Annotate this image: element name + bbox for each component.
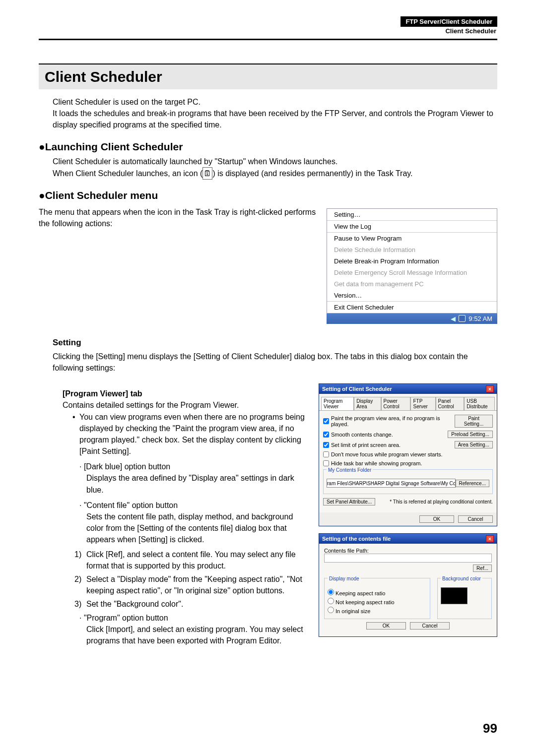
launch-line-1: Client Scheduler is automatically launch…	[53, 156, 497, 167]
pv-bullet-1-text: You can view programs even when there ar…	[79, 413, 305, 456]
conditional-note: * This is referred at playing conditiona…	[390, 499, 493, 504]
step-1-text: Click [Ref], and select a content file. …	[86, 550, 296, 570]
subheading-program-viewer: [Program Viewer] tab	[63, 389, 309, 398]
tab-display-area[interactable]: Display Area	[354, 397, 381, 410]
radio-keeping-aspect[interactable]: Keeping aspect ratio	[328, 589, 427, 596]
contents-path-input[interactable]	[324, 554, 492, 563]
menu-item-pause[interactable]: Pause to View Program	[327, 233, 497, 244]
pv-description: Contains detailed settings for the Progr…	[63, 399, 309, 411]
tab-ftp-server[interactable]: FTP Server	[410, 397, 435, 410]
task-tray: ◀ 9:52 AM	[327, 314, 497, 324]
tray-app-glyph[interactable]	[459, 315, 466, 322]
set-panel-attribute-button[interactable]: Set Panel Attribute...	[323, 498, 375, 505]
menu-item-exit[interactable]: Exit Client Scheduler	[327, 302, 497, 313]
setting-description: Clicking the [Setting] menu displays the…	[53, 351, 497, 374]
reference-button[interactable]: Reference...	[456, 480, 489, 487]
menu-item-delete-schedule[interactable]: Delete Schedule Information	[327, 244, 497, 255]
ref-button[interactable]: Ref...	[473, 565, 492, 572]
dialog2-ok-button[interactable]: OK	[366, 622, 406, 630]
check-paint-area-label: Paint the program view area, if no progr…	[331, 415, 455, 427]
program-option-heading: · "Program" option button	[79, 612, 309, 624]
preload-setting-button[interactable]: Preload Setting...	[448, 431, 493, 438]
subheading-setting: Setting	[53, 338, 497, 348]
intro-line-1: Client Scheduler is used on the target P…	[53, 96, 497, 108]
check-hide-taskbar[interactable]: Hide task bar while showing program.	[323, 460, 422, 466]
content-file-text: Sets the content file path, display meth…	[79, 511, 309, 546]
check-limit-print-label: Set limit of print screen area.	[331, 442, 401, 448]
tab-program-viewer[interactable]: Program Viewer	[321, 397, 354, 410]
group-display-mode-title: Display mode	[328, 576, 361, 581]
tray-app-icon: 🗓	[202, 167, 212, 180]
check-limit-print[interactable]: Set limit of print screen area.	[323, 442, 401, 448]
dark-blue-text: Displays the area defined by "Display ar…	[79, 472, 309, 495]
group-background-color: Background color	[437, 578, 492, 619]
dialog1-title: Setting of Client Scheduler	[322, 386, 392, 392]
dialog-contents-file-setting: Setting of the contents file × Contents …	[319, 533, 497, 637]
pv-bullet-1: You can view programs even when there ar…	[72, 411, 309, 546]
group-my-contents: My Contents Folder Reference...	[323, 469, 493, 494]
menu-item-version[interactable]: Version…	[327, 290, 497, 301]
check-no-focus-label: Don't move focus while program viewer st…	[331, 451, 443, 457]
tab-power-control[interactable]: Power Control	[381, 397, 411, 410]
dialog2-cancel-button[interactable]: Cancel	[410, 622, 450, 630]
radio-not-keeping-aspect[interactable]: Not keeping aspect ratio	[328, 598, 427, 605]
check-no-focus[interactable]: Don't move focus while program viewer st…	[323, 451, 443, 457]
close-icon[interactable]: ×	[486, 385, 494, 392]
step-1: 1)Click [Ref], and select a content file…	[86, 549, 309, 571]
check-smooth-change[interactable]: Smooth contents change.	[323, 432, 393, 438]
close-icon[interactable]: ×	[486, 535, 494, 542]
menu-item-get-data[interactable]: Get data from management PC	[327, 278, 497, 290]
menu-item-setting[interactable]: Setting…	[327, 209, 497, 220]
launch-text-a: When Client Scheduler launches, an icon …	[53, 169, 202, 178]
dialog2-title: Setting of the contents file	[322, 536, 391, 542]
dialog1-cancel-button[interactable]: Cancel	[458, 515, 493, 523]
menu-item-view-log[interactable]: View the Log	[327, 221, 497, 232]
intro-line-2: It loads the schedules and break-in prog…	[53, 108, 497, 130]
dialog-client-scheduler-setting: Setting of Client Scheduler × Program Vi…	[319, 383, 497, 526]
page-number: 99	[483, 721, 497, 736]
content-file-heading: · "Content file" option button	[79, 501, 178, 509]
launch-text-b: ) is displayed (and resides permanently)…	[212, 169, 412, 178]
area-setting-button[interactable]: Area Setting...	[455, 441, 493, 448]
menu-item-delete-breakin[interactable]: Delete Break-in Program Information	[327, 255, 497, 267]
section-label: Client Scheduler	[401, 27, 497, 35]
check-smooth-change-label: Smooth contents change.	[331, 432, 393, 438]
step-2-text: Select a "Display mode" from the "Keepin…	[86, 575, 302, 595]
heading-menu: ●Client Scheduler menu	[39, 189, 497, 201]
tray-clock: 9:52 AM	[469, 315, 492, 322]
heading-launching: ●Launching Client Scheduler	[39, 141, 497, 153]
program-option-text: Click [Import], and select an existing p…	[79, 624, 309, 646]
contents-path-label: Contents file Path:	[324, 548, 492, 554]
check-hide-taskbar-label: Hide task bar while showing program.	[331, 460, 422, 466]
chapter-label: FTP Server/Client Scheduler	[401, 16, 497, 27]
step-2: 2)Select a "Display mode" from the "Keep…	[86, 573, 309, 596]
radio-original-size[interactable]: In original size	[328, 607, 427, 614]
context-menu: Setting… View the Log Pause to View Prog…	[327, 208, 497, 314]
header-rule	[39, 39, 497, 40]
group-display-mode: Display mode Keeping aspect ratio Not ke…	[324, 578, 430, 619]
paint-setting-button[interactable]: Paint Setting...	[455, 415, 493, 428]
launch-line-2: When Client Scheduler launches, an icon …	[53, 167, 497, 180]
tray-expand-icon[interactable]: ◀	[451, 315, 456, 322]
menu-item-delete-emergency[interactable]: Delete Emergency Scroll Message Informat…	[327, 267, 497, 278]
tab-panel-control[interactable]: Panel Control	[436, 397, 465, 410]
heading-launching-text: Launching Client Scheduler	[45, 141, 183, 152]
launch-block: Client Scheduler is automatically launch…	[53, 156, 497, 180]
dark-blue-heading: · [Dark blue] option button	[79, 462, 170, 471]
step-3: 3)Set the "Background color".	[86, 598, 309, 610]
intro-block: Client Scheduler is used on the target P…	[53, 96, 497, 131]
check-paint-area[interactable]: Paint the program view area, if no progr…	[323, 415, 455, 427]
page-title: Client Scheduler	[39, 63, 497, 89]
color-swatch[interactable]	[441, 587, 468, 604]
step-3-text: Set the "Background color".	[86, 600, 183, 608]
contents-folder-input[interactable]	[327, 479, 456, 488]
menu-description: The menu that appears when the icon in t…	[39, 206, 317, 229]
group-bg-title: Background color	[441, 576, 482, 581]
tab-usb-distribute[interactable]: USB Distribute	[464, 397, 495, 410]
group-my-contents-title: My Contents Folder	[327, 467, 373, 473]
dialog1-ok-button[interactable]: OK	[419, 515, 454, 523]
heading-menu-text: Client Scheduler menu	[45, 189, 158, 201]
page-header: FTP Server/Client Scheduler Client Sched…	[401, 18, 497, 35]
